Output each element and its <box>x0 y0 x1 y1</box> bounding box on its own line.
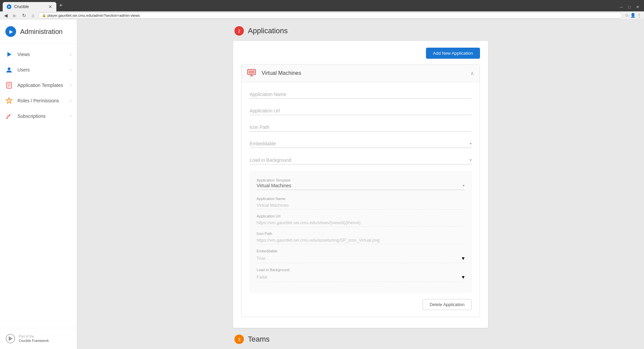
applications-step-title: Applications <box>248 27 288 35</box>
template-lib-value: False <box>257 275 267 280</box>
restore-button[interactable]: □ <box>626 4 633 10</box>
browser-tabs: Crucible ✕ + ─ □ ✕ <box>0 0 644 11</box>
load-in-background-select[interactable]: Load in Background ▾ <box>250 155 472 164</box>
svg-marker-0 <box>7 52 11 57</box>
load-in-background-dropdown-icon: ▾ <box>470 158 472 162</box>
app-item-virtual-machines-body: Embeddable ▾ Load in Background ▾ <box>241 82 480 317</box>
embeddable-value: Embeddable <box>250 141 276 146</box>
minimize-button[interactable]: ─ <box>618 4 625 10</box>
app-logo <box>5 26 16 37</box>
teams-step-title: Teams <box>248 335 270 344</box>
back-button[interactable]: ◀ <box>3 12 9 19</box>
template-embeddable-select[interactable]: True ▾ <box>257 254 465 263</box>
active-tab[interactable]: Crucible ✕ <box>3 2 56 11</box>
add-new-application-button[interactable]: Add New Application <box>426 48 480 59</box>
embeddable-select[interactable]: Embeddable ▾ <box>250 138 472 148</box>
bookmark-button[interactable]: ☆ <box>625 13 629 18</box>
sidebar-item-subscriptions-label: Subscriptions <box>17 113 46 119</box>
tab-label: Crucible <box>14 4 29 9</box>
subscriptions-arrow-icon: › <box>70 114 71 118</box>
icon-path-field <box>250 122 472 132</box>
reload-button[interactable]: ↻ <box>21 12 28 19</box>
template-icon-path-label: Icon Path <box>257 232 465 236</box>
tab-favicon <box>7 4 11 9</box>
sidebar-item-roles-permissions[interactable]: ! Roles / Permissions › <box>0 93 77 108</box>
template-app-name-value: Virtual Machines <box>257 201 465 209</box>
sidebar-header: Administration <box>0 19 77 44</box>
template-lib-label: Load in Background <box>257 268 465 272</box>
sidebar-item-application-templates-label: Application Templates <box>17 83 63 88</box>
browser-chrome: Crucible ✕ + ─ □ ✕ ◀ ▶ ↻ ⌂ 🔒 player.gaun… <box>0 0 644 19</box>
sidebar-nav: Views › Users › Application Templates › <box>0 44 77 328</box>
roles-icon: ! <box>5 97 13 104</box>
home-button[interactable]: ⌂ <box>30 12 36 19</box>
app-item-virtual-machines: Virtual Machines ∧ <box>241 64 480 317</box>
footer-framework: Crucible Framework <box>19 339 49 343</box>
sidebar-footer: Part of the Crucible Framework <box>0 328 77 349</box>
sidebar-item-users[interactable]: Users › <box>0 62 77 78</box>
embeddable-field: Embeddable ▾ <box>250 138 472 148</box>
profile-button[interactable]: 👤 <box>630 13 636 18</box>
template-application-url: Application Url https://vm.gauntlet.sei.… <box>257 214 465 227</box>
sidebar-item-subscriptions[interactable]: Subscriptions › <box>0 108 77 124</box>
svg-point-1 <box>8 67 10 70</box>
sidebar-title: Administration <box>20 28 63 36</box>
tab-close-button[interactable]: ✕ <box>48 4 52 9</box>
template-section: Application Template Virtual Machines ▾ … <box>250 171 472 292</box>
footer-part-of: Part of the <box>19 334 49 339</box>
menu-button[interactable]: ⋮ <box>637 13 641 18</box>
applications-step-badge: 2 <box>234 26 244 36</box>
window-controls: ─ □ ✕ <box>618 4 644 11</box>
close-window-button[interactable]: ✕ <box>634 4 641 10</box>
svg-rect-12 <box>249 70 255 73</box>
forward-button[interactable]: ▶ <box>12 12 18 19</box>
sidebar-item-views[interactable]: Views › <box>0 47 77 62</box>
svg-text:!: ! <box>9 99 9 102</box>
template-app-url-value: https://vm.gauntlet.sei.cmu.edu/views/{v… <box>257 219 465 227</box>
template-embeddable-value: True <box>257 256 265 261</box>
load-in-background-field: Load in Background ▾ <box>250 155 472 164</box>
sidebar: Administration Views › Users › <box>0 19 77 349</box>
delete-application-button[interactable]: Delete Application <box>423 299 472 310</box>
template-lib-select[interactable]: False ▾ <box>257 272 465 282</box>
sidebar-item-application-templates[interactable]: Application Templates › <box>0 78 77 93</box>
template-embeddable: Embeddable True ▾ <box>257 249 465 263</box>
template-embeddable-arrow-icon: ▾ <box>462 255 465 261</box>
svg-marker-10 <box>9 336 13 341</box>
applications-card: Add New Application <box>233 41 488 328</box>
load-in-background-value: Load in Background <box>250 157 291 163</box>
subscriptions-icon <box>5 112 13 120</box>
views-arrow-icon: › <box>70 52 71 57</box>
application-url-input[interactable] <box>250 105 472 115</box>
footer-crucible-logo <box>5 334 15 344</box>
applications-section: 2 Applications Add New Application <box>233 26 488 328</box>
template-icon-path-value: https://vm.gauntlet.sei.cmu.edu/assets/i… <box>257 236 465 244</box>
application-template-selector-field: Application Template Virtual Machines ▾ <box>257 177 465 190</box>
roles-arrow-icon: › <box>70 98 71 103</box>
app-item-virtual-machines-header[interactable]: Virtual Machines ∧ <box>241 64 480 82</box>
sidebar-item-roles-label: Roles / Permissions <box>17 98 59 103</box>
applications-card-toolbar: Add New Application <box>241 48 480 59</box>
delete-bar: Delete Application <box>250 299 472 310</box>
icon-path-input[interactable] <box>250 122 472 132</box>
embeddable-dropdown-icon: ▾ <box>470 141 472 146</box>
teams-step-header: 3 Teams <box>233 335 488 344</box>
app-templates-arrow-icon: › <box>70 83 71 88</box>
new-tab-button[interactable]: + <box>56 1 65 10</box>
template-icon-path: Icon Path https://vm.gauntlet.sei.cmu.ed… <box>257 232 465 244</box>
template-lib-arrow-icon: ▾ <box>462 274 465 280</box>
template-embeddable-label: Embeddable <box>257 249 465 253</box>
sidebar-item-views-label: Views <box>17 52 30 57</box>
application-template-dropdown[interactable]: Virtual Machines ▾ <box>257 183 465 190</box>
url-text: player.gauntlet.sei.cmu.edu/admin?sectio… <box>47 13 140 17</box>
content-inner: 2 Applications Add New Application <box>226 26 495 344</box>
browser-toolbar: ◀ ▶ ↻ ⌂ 🔒 player.gauntlet.sei.cmu.edu/ad… <box>0 11 644 19</box>
teams-section: 3 Teams <box>233 335 488 344</box>
application-url-field <box>250 105 472 115</box>
teams-step-badge: 3 <box>234 335 244 344</box>
virtual-machines-icon <box>247 69 258 77</box>
main-content: 2 Applications Add New Application <box>77 19 644 349</box>
application-name-input[interactable] <box>250 89 472 99</box>
address-bar[interactable]: 🔒 player.gauntlet.sei.cmu.edu/admin?sect… <box>38 12 622 18</box>
application-name-field <box>250 89 472 99</box>
